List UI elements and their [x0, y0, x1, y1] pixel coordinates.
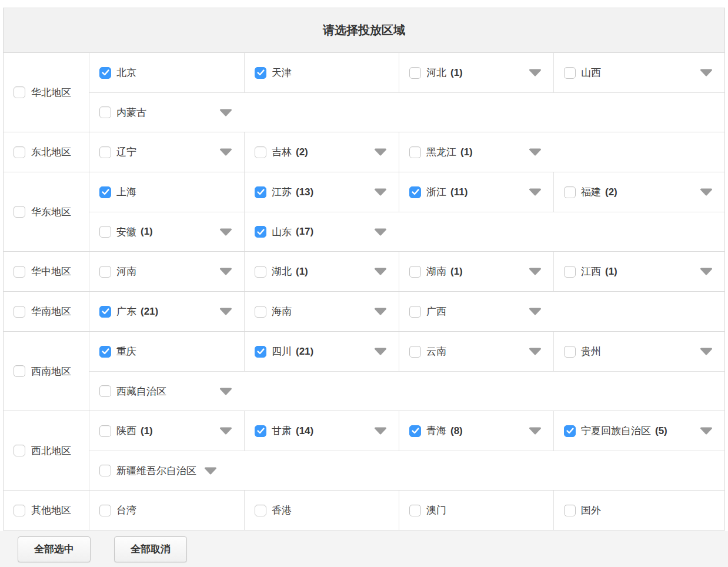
- region-cell[interactable]: 西北地区: [4, 411, 89, 490]
- province-checkbox[interactable]: [564, 67, 576, 79]
- chevron-down-icon[interactable]: [700, 188, 713, 196]
- province-cell[interactable]: 宁夏回族自治区(5): [553, 411, 724, 451]
- chevron-down-icon[interactable]: [529, 69, 542, 76]
- province-cell[interactable]: 甘肃(14): [244, 411, 399, 451]
- province-cell[interactable]: 贵州: [553, 332, 724, 371]
- province-checkbox[interactable]: [99, 226, 111, 238]
- province-checkbox[interactable]: [564, 425, 576, 437]
- province-cell[interactable]: 天津: [244, 53, 399, 92]
- province-cell[interactable]: 湖北(1): [244, 252, 399, 291]
- cancel-all-button[interactable]: 全部取消: [114, 536, 187, 562]
- province-cell[interactable]: 福建(2): [553, 172, 724, 212]
- province-checkbox[interactable]: [409, 306, 421, 318]
- chevron-down-icon[interactable]: [219, 228, 232, 236]
- chevron-down-icon[interactable]: [219, 308, 232, 315]
- chevron-down-icon[interactable]: [374, 427, 387, 435]
- chevron-down-icon[interactable]: [374, 228, 387, 236]
- province-checkbox[interactable]: [99, 106, 111, 118]
- region-cell[interactable]: 华中地区: [4, 252, 89, 291]
- region-checkbox[interactable]: [14, 146, 25, 158]
- chevron-down-icon[interactable]: [700, 268, 713, 275]
- chevron-down-icon[interactable]: [529, 148, 542, 156]
- chevron-down-icon[interactable]: [219, 109, 232, 116]
- region-cell[interactable]: 东北地区: [4, 132, 89, 172]
- province-checkbox[interactable]: [564, 186, 576, 198]
- region-checkbox[interactable]: [14, 206, 25, 218]
- province-checkbox[interactable]: [409, 186, 421, 198]
- province-checkbox[interactable]: [99, 346, 111, 358]
- province-checkbox[interactable]: [255, 505, 266, 516]
- province-checkbox[interactable]: [99, 266, 111, 278]
- province-checkbox[interactable]: [255, 226, 266, 238]
- province-checkbox[interactable]: [564, 266, 576, 278]
- province-checkbox[interactable]: [255, 186, 266, 198]
- chevron-down-icon[interactable]: [529, 348, 542, 355]
- province-checkbox[interactable]: [409, 346, 421, 358]
- province-cell[interactable]: 香港: [244, 491, 399, 530]
- province-cell[interactable]: 吉林(2): [244, 132, 399, 172]
- region-checkbox[interactable]: [14, 505, 25, 516]
- province-cell[interactable]: 北京: [89, 53, 244, 92]
- chevron-down-icon[interactable]: [219, 388, 232, 395]
- province-cell[interactable]: 陕西(1): [89, 411, 244, 451]
- province-cell[interactable]: 西藏自治区: [89, 372, 244, 411]
- province-cell[interactable]: 海南: [244, 292, 399, 331]
- province-cell[interactable]: 辽宁: [89, 132, 244, 172]
- province-cell[interactable]: 新疆维吾尔自治区: [89, 451, 724, 490]
- province-cell[interactable]: 黑龙江(1): [399, 132, 553, 172]
- chevron-down-icon[interactable]: [219, 148, 232, 156]
- province-checkbox[interactable]: [409, 505, 421, 516]
- chevron-down-icon[interactable]: [529, 268, 542, 275]
- province-cell[interactable]: 国外: [553, 491, 724, 530]
- region-cell[interactable]: 华南地区: [4, 292, 89, 331]
- region-checkbox[interactable]: [14, 445, 25, 456]
- region-checkbox[interactable]: [14, 365, 25, 377]
- province-cell[interactable]: 云南: [399, 332, 553, 371]
- chevron-down-icon[interactable]: [529, 188, 542, 196]
- province-cell[interactable]: 江西(1): [553, 252, 724, 291]
- province-cell[interactable]: 河南: [89, 252, 244, 291]
- chevron-down-icon[interactable]: [374, 188, 387, 196]
- province-cell[interactable]: 重庆: [89, 332, 244, 371]
- province-checkbox[interactable]: [255, 346, 266, 358]
- province-cell[interactable]: 湖南(1): [399, 252, 553, 291]
- province-cell[interactable]: 浙江(11): [399, 172, 553, 212]
- province-cell[interactable]: 上海: [89, 172, 244, 212]
- province-checkbox[interactable]: [409, 425, 421, 437]
- province-checkbox[interactable]: [255, 306, 266, 318]
- region-cell[interactable]: 其他地区: [4, 491, 89, 530]
- province-cell[interactable]: 澳门: [399, 491, 553, 530]
- province-checkbox[interactable]: [99, 186, 111, 198]
- province-cell[interactable]: 广西: [399, 292, 553, 331]
- chevron-down-icon[interactable]: [529, 308, 542, 315]
- chevron-down-icon[interactable]: [219, 268, 232, 275]
- region-cell[interactable]: 西南地区: [4, 332, 89, 411]
- province-cell[interactable]: 广东(21): [89, 292, 244, 331]
- province-cell[interactable]: 四川(21): [244, 332, 399, 371]
- province-checkbox[interactable]: [255, 266, 266, 278]
- region-cell[interactable]: 华北地区: [4, 53, 89, 132]
- region-checkbox[interactable]: [14, 306, 25, 318]
- province-cell[interactable]: 台湾: [89, 491, 244, 530]
- chevron-down-icon[interactable]: [700, 348, 713, 355]
- chevron-down-icon[interactable]: [374, 148, 387, 156]
- chevron-down-icon[interactable]: [204, 467, 217, 475]
- province-checkbox[interactable]: [409, 146, 421, 158]
- chevron-down-icon[interactable]: [219, 427, 232, 435]
- province-checkbox[interactable]: [99, 505, 111, 516]
- province-checkbox[interactable]: [255, 425, 266, 437]
- province-checkbox[interactable]: [409, 67, 421, 79]
- province-checkbox[interactable]: [255, 146, 266, 158]
- chevron-down-icon[interactable]: [529, 427, 542, 435]
- province-cell[interactable]: 山东(17): [244, 212, 399, 251]
- province-cell[interactable]: 江苏(13): [244, 172, 399, 212]
- region-checkbox[interactable]: [14, 86, 25, 98]
- chevron-down-icon[interactable]: [700, 427, 713, 435]
- chevron-down-icon[interactable]: [374, 348, 387, 355]
- province-checkbox[interactable]: [564, 505, 576, 516]
- province-checkbox[interactable]: [255, 67, 266, 79]
- chevron-down-icon[interactable]: [374, 308, 387, 315]
- province-checkbox[interactable]: [99, 146, 111, 158]
- province-cell[interactable]: 安徽(1): [89, 212, 244, 251]
- region-cell[interactable]: 华东地区: [4, 172, 89, 251]
